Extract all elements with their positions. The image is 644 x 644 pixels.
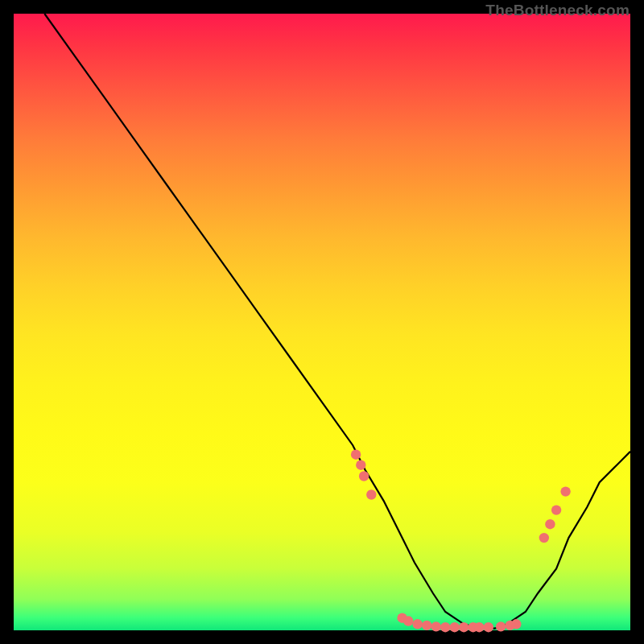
data-point [511,619,521,629]
data-point [356,460,365,470]
data-point [474,622,484,632]
data-point [413,619,423,629]
data-point [551,505,561,514]
data-point [403,616,413,625]
data-point [366,489,376,499]
data-point [459,622,469,632]
data-point [450,622,460,632]
data-point [440,622,450,632]
data-point [545,519,555,529]
data-point [484,622,493,632]
data-point [496,621,506,631]
data-point [351,450,361,460]
data-point [560,486,570,496]
data-point [431,621,441,631]
data-point [539,533,549,543]
data-point [359,471,369,481]
chart-overlay [0,0,644,644]
data-point [422,621,431,630]
